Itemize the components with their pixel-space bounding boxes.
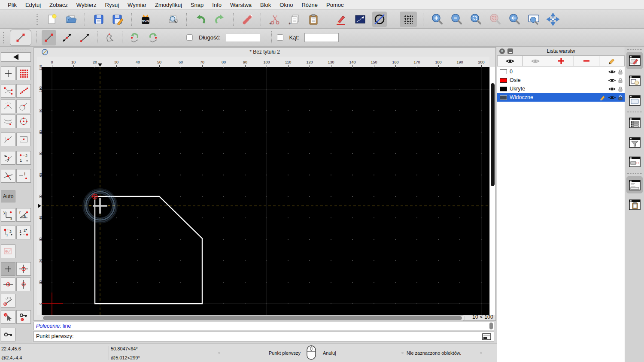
toolbar-grip[interactable]: [627, 49, 642, 51]
restrict-nothing-icon[interactable]: [1, 262, 15, 276]
library-browser-dock-icon[interactable]: [626, 92, 643, 109]
clipboard-panel-dock-icon[interactable]: [626, 196, 643, 213]
scrollbar-thumb[interactable]: [491, 83, 495, 186]
restrict-horizontal-icon[interactable]: [1, 278, 15, 291]
line-angle-icon[interactable]: [60, 30, 74, 45]
command-input[interactable]: Punkt pierwszy:: [33, 331, 494, 342]
layer-visible-icon[interactable]: [608, 78, 616, 83]
pen-palette-dock-icon[interactable]: [626, 153, 643, 170]
snap-tangent-icon[interactable]: [16, 100, 31, 113]
layer-edit-icon[interactable]: [600, 95, 606, 100]
relative-1-2-icon[interactable]: 12: [1, 226, 15, 239]
paste-icon[interactable]: [306, 12, 321, 27]
new-file-icon[interactable]: [45, 12, 59, 27]
menu-item[interactable]: Blok: [256, 2, 275, 8]
coordinate-cartesian-icon[interactable]: yx: [1, 208, 15, 222]
layer-visible-icon[interactable]: [608, 95, 616, 100]
horizontal-scrollbar[interactable]: [42, 315, 465, 321]
layer-visible-icon[interactable]: [608, 69, 616, 74]
close-icon[interactable]: ×: [499, 48, 505, 54]
cut-icon[interactable]: +: [267, 12, 282, 27]
block-list-dock-icon[interactable]: [626, 72, 643, 89]
sequence-undo-icon[interactable]: [128, 30, 142, 45]
save-icon[interactable]: [91, 12, 106, 27]
line-ray-icon[interactable]: [78, 30, 92, 45]
coordinate-polar-icon[interactable]: ra: [16, 208, 31, 222]
zoom-window-icon[interactable]: [526, 12, 541, 27]
menu-item[interactable]: Zobacz: [45, 2, 72, 8]
zoom-previous-icon[interactable]: [507, 12, 522, 27]
copy-icon[interactable]: +: [287, 12, 301, 27]
pen-edit-icon[interactable]: [334, 12, 348, 27]
export-svg-icon[interactable]: SVG: [138, 12, 153, 27]
menu-item[interactable]: Zmodyfikuj: [151, 2, 186, 8]
zoom-pan-icon[interactable]: [546, 12, 560, 27]
snap-intersection-manual-icon[interactable]: !: [16, 169, 31, 183]
layer-lock-icon[interactable]: [618, 78, 623, 83]
layer-row[interactable]: 0: [497, 67, 625, 76]
angle-checkbox[interactable]: [277, 34, 283, 41]
back-button[interactable]: [1, 52, 31, 62]
layer-row-selected[interactable]: Widoczne: [497, 93, 625, 102]
layer-row[interactable]: Ukryte: [497, 84, 625, 93]
layer-visible-icon[interactable]: [608, 87, 616, 91]
toolbar-grip[interactable]: [3, 31, 5, 44]
layer-row[interactable]: Osie: [497, 76, 625, 84]
auto-snap-button[interactable]: Auto: [1, 190, 15, 202]
show-all-layers-icon[interactable]: [497, 55, 523, 66]
menu-item[interactable]: Wymiar: [123, 2, 151, 8]
snap-center-icon[interactable]: [16, 115, 31, 128]
save-as-icon[interactable]: [111, 12, 125, 27]
lock-relative-zero-icon[interactable]: [16, 310, 31, 324]
remove-layer-icon[interactable]: [574, 55, 599, 66]
restrict-orthogonal-icon[interactable]: [16, 262, 31, 276]
open-file-icon[interactable]: [64, 12, 79, 27]
undo-icon[interactable]: [193, 12, 208, 27]
line-two-points-icon[interactable]: [42, 30, 56, 45]
menu-item[interactable]: Edytuj: [21, 2, 45, 8]
angle-gauge-icon[interactable]: [1, 294, 15, 308]
zoom-auto-icon[interactable]: [468, 12, 483, 27]
snap-intersection-auto-icon[interactable]: [1, 100, 15, 113]
redo-icon[interactable]: [213, 12, 227, 27]
menu-item[interactable]: Różne: [297, 2, 322, 8]
sequence-redo-icon[interactable]: [146, 30, 160, 45]
polyline-icon[interactable]: [103, 30, 117, 45]
snap-middle-manual-icon[interactable]: [16, 133, 31, 146]
hide-all-layers-icon[interactable]: [522, 55, 548, 66]
menu-item[interactable]: Snap: [186, 2, 208, 8]
layer-lock-icon[interactable]: [618, 86, 623, 92]
print-preview-icon[interactable]: [166, 12, 180, 27]
snap-on-entity-icon[interactable]: [16, 84, 31, 98]
layer-list-dock-icon[interactable]: [626, 52, 643, 69]
add-layer-icon[interactable]: [548, 55, 574, 66]
scrollbar-thumb[interactable]: [489, 323, 493, 329]
menu-item[interactable]: Okno: [275, 2, 297, 8]
snap-endpoint-icon[interactable]: [1, 84, 15, 98]
scrollbar-thumb[interactable]: [43, 316, 462, 320]
zoom-in-icon[interactable]: [430, 12, 444, 27]
toolbar-grip[interactable]: [36, 13, 38, 26]
snap-distance-icon[interactable]: [1, 115, 15, 128]
current-tool-line-icon[interactable]: [10, 30, 31, 46]
angle-input[interactable]: [304, 33, 339, 42]
length-input[interactable]: [226, 33, 260, 42]
restrict-vertical-icon[interactable]: [16, 278, 31, 291]
snap-closest-icon[interactable]: [1, 151, 15, 165]
vertical-scrollbar[interactable]: [489, 67, 495, 315]
relative-zero-key-icon[interactable]: [1, 328, 15, 341]
drawing-canvas[interactable]: [42, 67, 489, 315]
grid-toggle-icon[interactable]: [400, 12, 417, 27]
snap-relative-icon[interactable]: 12: [16, 151, 31, 165]
menu-item[interactable]: Plik: [3, 2, 21, 8]
menu-item[interactable]: Wybierz: [72, 2, 101, 8]
float-icon[interactable]: [507, 48, 513, 54]
toolbar-grip[interactable]: [6, 48, 26, 50]
menu-item[interactable]: Rysuj: [101, 2, 124, 8]
zoom-out-icon[interactable]: [449, 12, 464, 27]
relative-2-1-icon[interactable]: 12: [16, 226, 31, 239]
snap-middle-icon[interactable]: [1, 133, 15, 146]
layer-lock-icon[interactable]: [618, 95, 623, 100]
keyboard-icon[interactable]: [482, 333, 491, 340]
menu-item[interactable]: Pomoc: [322, 2, 348, 8]
